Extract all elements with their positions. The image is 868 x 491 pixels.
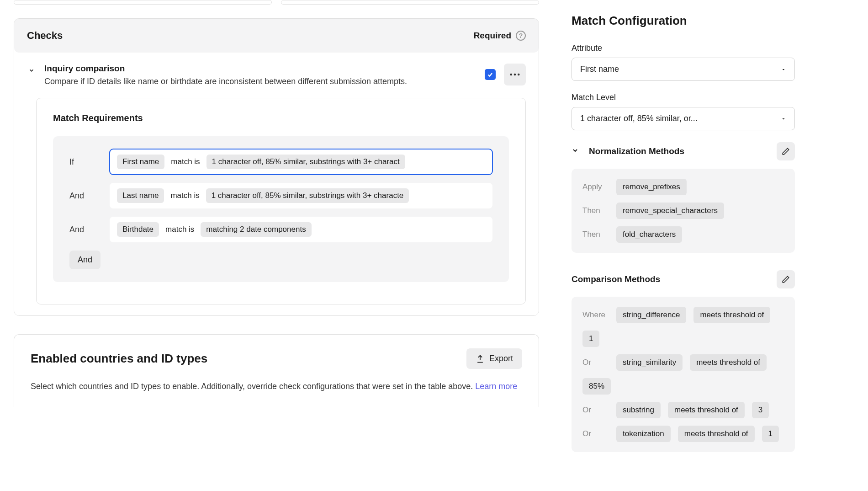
condition-label: If xyxy=(69,157,101,167)
caret-down-icon xyxy=(781,116,786,122)
checks-card: Checks Required ? Inquiry comparison Com… xyxy=(14,18,539,316)
config-title: Match Configuration xyxy=(572,14,795,28)
edit-normalization-button[interactable] xyxy=(777,142,795,160)
condition-label: And xyxy=(69,225,101,235)
match-is-text: match is xyxy=(165,225,194,234)
method-step-label: Where xyxy=(582,310,609,320)
threshold-value-tag: 85% xyxy=(582,378,611,395)
comparison-method-tag: substring xyxy=(616,402,661,418)
match-condition-pill[interactable]: First name match is 1 character off, 85%… xyxy=(110,149,492,175)
export-button[interactable]: Export xyxy=(466,348,522,369)
required-label: Required xyxy=(474,31,511,41)
method-step-label: Or xyxy=(582,406,609,415)
match-requirements-box: Match Requirements If First name match i… xyxy=(36,98,526,304)
svg-point-1 xyxy=(514,74,516,76)
export-label: Export xyxy=(489,354,513,363)
normalization-method-tag: remove_special_characters xyxy=(616,203,724,219)
match-detail-tag: 1 character off, 85% similar, substrings… xyxy=(206,188,409,203)
match-detail-tag: matching 2 date components xyxy=(201,222,311,237)
help-icon[interactable]: ? xyxy=(516,31,526,41)
match-level-select[interactable]: 1 character off, 85% similar, or... xyxy=(572,107,795,130)
checks-title: Checks xyxy=(27,30,63,42)
placeholder-card-right xyxy=(281,0,539,5)
check-item-description: Compare if ID details like name or birth… xyxy=(44,75,476,88)
attribute-tag: First name xyxy=(117,155,164,169)
method-step-label: Then xyxy=(582,206,609,215)
threshold-value-tag: 3 xyxy=(752,402,769,418)
threshold-text-tag: meets threshold of xyxy=(693,307,770,323)
threshold-value-tag: 1 xyxy=(582,331,599,347)
method-step-label: Apply xyxy=(582,182,609,192)
match-detail-tag: 1 character off, 85% similar, substrings… xyxy=(206,155,405,169)
match-condition-pill[interactable]: Birthdate match is matching 2 date compo… xyxy=(110,217,492,242)
match-level-label: Match Level xyxy=(572,93,795,102)
threshold-text-tag: meets threshold of xyxy=(678,426,755,442)
attribute-tag: Last name xyxy=(117,188,164,203)
condition-label: And xyxy=(69,191,101,201)
attribute-tag: Birthdate xyxy=(117,222,159,237)
comparison-title: Comparison Methods xyxy=(572,274,660,284)
edit-comparison-button[interactable] xyxy=(777,270,795,288)
countries-description: Select which countries and ID types to e… xyxy=(31,380,522,393)
comparison-method-tag: string_difference xyxy=(616,307,686,323)
caret-down-icon xyxy=(781,67,786,72)
match-condition-pill[interactable]: Last name match is 1 character off, 85% … xyxy=(110,183,492,208)
normalization-method-tag: fold_characters xyxy=(616,226,682,243)
match-is-text: match is xyxy=(171,157,200,166)
chevron-down-icon[interactable] xyxy=(572,147,579,156)
learn-more-link[interactable]: Learn more xyxy=(475,382,517,391)
svg-point-0 xyxy=(510,74,512,76)
comparison-method-tag: string_similarity xyxy=(616,354,683,371)
svg-point-2 xyxy=(518,74,520,76)
threshold-text-tag: meets threshold of xyxy=(668,402,745,418)
add-condition-button[interactable]: And xyxy=(69,251,101,269)
match-requirements-title: Match Requirements xyxy=(53,113,509,123)
comparison-method-tag: tokenization xyxy=(616,426,671,442)
placeholder-card-left xyxy=(14,0,272,5)
method-step-label: Or xyxy=(582,429,609,438)
threshold-text-tag: meets threshold of xyxy=(690,354,767,371)
attribute-select[interactable]: First name xyxy=(572,58,795,81)
countries-card: Enabled countries and ID types Export Se… xyxy=(14,334,539,407)
normalization-method-tag: remove_prefixes xyxy=(616,179,687,195)
required-checkbox[interactable] xyxy=(485,69,496,80)
more-options-button[interactable] xyxy=(504,64,526,85)
countries-title: Enabled countries and ID types xyxy=(31,352,207,366)
chevron-down-icon[interactable] xyxy=(27,64,36,74)
check-item-title: Inquiry comparison xyxy=(44,64,476,74)
method-step-label: Then xyxy=(582,230,609,239)
match-is-text: match is xyxy=(170,191,199,200)
attribute-label: Attribute xyxy=(572,43,795,53)
method-step-label: Or xyxy=(582,358,609,367)
checks-header: Checks Required ? xyxy=(14,19,539,53)
normalization-title: Normalization Methods xyxy=(589,146,684,156)
threshold-value-tag: 1 xyxy=(762,426,779,442)
